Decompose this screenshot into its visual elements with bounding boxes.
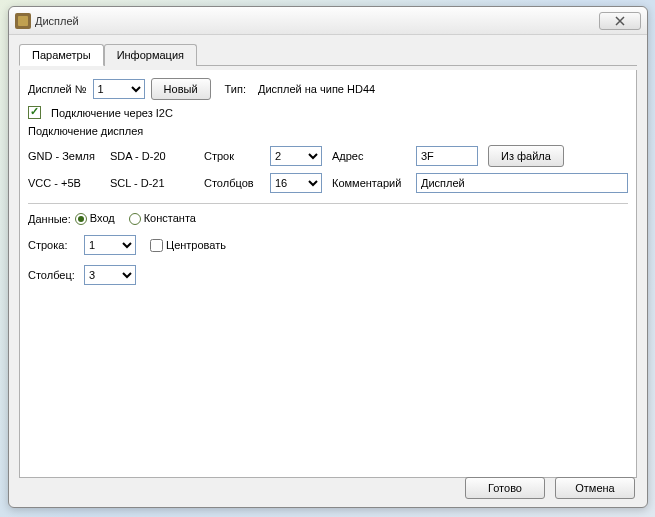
type-value: Дисплей на чипе HD44 <box>258 83 375 95</box>
from-file-button[interactable]: Из файла <box>488 145 564 167</box>
sda-label: SDA - D-20 <box>110 150 200 162</box>
connection-title: Подключение дисплея <box>28 125 628 137</box>
center-label: Центровать <box>166 239 226 251</box>
tab-information[interactable]: Информация <box>104 44 197 66</box>
cols-label: Столбцов <box>204 177 266 189</box>
i2c-checkbox[interactable] <box>28 106 41 119</box>
radio-constant-option[interactable]: Константа <box>129 212 196 225</box>
ok-button[interactable]: Готово <box>465 477 545 499</box>
cancel-button[interactable]: Отмена <box>555 477 635 499</box>
close-button[interactable] <box>599 12 641 30</box>
radio-icon <box>75 213 87 225</box>
radio-icon <box>129 213 141 225</box>
window-title: Дисплей <box>35 15 79 27</box>
close-icon <box>615 16 625 26</box>
col-select[interactable]: 3 <box>84 265 136 285</box>
scl-label: SCL - D-21 <box>110 177 200 189</box>
row-label: Строка: <box>28 239 78 251</box>
vcc-label: VCC - +5B <box>28 177 106 189</box>
tab-page-parameters: Дисплей № 1 Новый Тип: Дисплей на чипе H… <box>19 70 637 478</box>
col-label: Столбец: <box>28 269 78 281</box>
cols-select[interactable]: 16 <box>270 173 322 193</box>
titlebar: Дисплей <box>9 7 647 35</box>
gnd-label: GND - Земля <box>28 150 106 162</box>
display-number-select[interactable]: 1 <box>93 79 145 99</box>
address-label: Адрес <box>332 150 412 162</box>
tab-parameters[interactable]: Параметры <box>19 44 104 66</box>
separator <box>28 203 628 204</box>
rows-label: Строк <box>204 150 266 162</box>
dialog-window: Дисплей Параметры Информация Дисплей № 1… <box>8 6 648 508</box>
address-input[interactable] <box>416 146 478 166</box>
type-label: Тип: <box>225 83 246 95</box>
rows-select[interactable]: 2 <box>270 146 322 166</box>
new-button[interactable]: Новый <box>151 78 211 100</box>
center-checkbox[interactable] <box>150 239 163 252</box>
comment-input[interactable] <box>416 173 628 193</box>
i2c-label: Подключение через I2C <box>51 107 173 119</box>
comment-label: Комментарий <box>332 177 412 189</box>
display-number-label: Дисплей № <box>28 83 87 95</box>
app-icon <box>15 13 31 29</box>
radio-input-option[interactable]: Вход <box>75 212 115 225</box>
data-label: Данные: <box>28 213 71 225</box>
row-select[interactable]: 1 <box>84 235 136 255</box>
tabstrip: Параметры Информация <box>19 43 637 66</box>
